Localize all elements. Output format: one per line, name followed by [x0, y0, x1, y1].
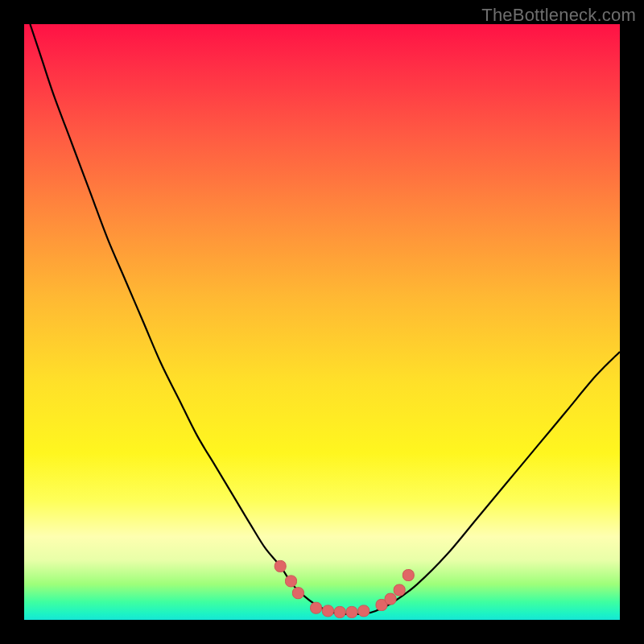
curve-marker: [402, 570, 414, 581]
curve-markers: [275, 560, 414, 617]
curve-marker: [322, 605, 333, 617]
curve-marker: [358, 605, 369, 617]
curve-marker: [346, 606, 357, 617]
curve-marker: [286, 576, 297, 587]
chart-frame: TheBottleneck.com: [0, 0, 644, 644]
bottleneck-curve: [30, 24, 620, 614]
curve-marker: [385, 593, 396, 605]
curve-marker: [275, 560, 286, 572]
bottleneck-curve-svg: [24, 24, 620, 620]
curve-marker: [334, 606, 345, 617]
curve-marker: [292, 588, 303, 599]
curve-marker: [311, 602, 322, 613]
plot-area: [24, 24, 620, 620]
watermark-text: TheBottleneck.com: [481, 5, 636, 26]
curve-marker: [394, 584, 405, 596]
